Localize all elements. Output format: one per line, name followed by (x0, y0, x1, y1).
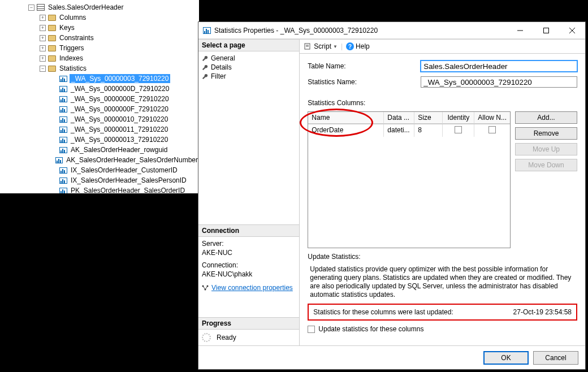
last-updated-value: 27-Oct-19 23:54:58 (513, 308, 572, 316)
tree-node-folder[interactable]: +Columns (0, 12, 199, 23)
folder-icon (48, 45, 56, 51)
cell-type: dateti... (384, 124, 414, 137)
table-row[interactable]: OrderDate dateti... 8 (308, 124, 510, 137)
allownulls-checkbox[interactable] (488, 126, 496, 133)
tree-label: Triggers (58, 44, 85, 53)
folder-icon (48, 66, 56, 72)
wrench-icon (202, 64, 208, 71)
left-nav-column: Select a page GeneralDetailsFilter Conne… (198, 39, 300, 345)
tree-label: _WA_Sys_00000003_72910220 (70, 74, 170, 83)
cancel-button[interactable]: Cancel (533, 351, 578, 365)
expand-icon[interactable]: + (40, 55, 46, 62)
tree-node-folder[interactable]: +Indexes (0, 53, 199, 63)
connection-header: Connection (198, 224, 299, 237)
select-page-header: Select a page (198, 39, 299, 51)
tree-node-statistic[interactable]: AK_SalesOrderHeader_SalesOrderNumber (0, 155, 199, 165)
identity-checkbox[interactable] (455, 126, 462, 133)
tree-label: _WA_Sys_0000000D_72910220 (70, 84, 170, 93)
statistic-icon (59, 106, 67, 113)
statistic-icon (59, 178, 67, 184)
page-nav-item[interactable]: Details (202, 63, 296, 72)
svg-rect-1 (544, 28, 549, 33)
add-button[interactable]: Add... (515, 111, 577, 124)
statistic-icon (59, 147, 67, 153)
view-connection-properties-link[interactable]: View connection properties (211, 283, 293, 292)
update-stats-checkbox-label: Update statistics for these columns (318, 325, 423, 333)
tree-node-statistic[interactable]: _WA_Sys_00000013_72910220 (0, 135, 199, 145)
ok-button[interactable]: OK (483, 351, 529, 365)
statistics-name-input[interactable] (421, 76, 577, 88)
tree-label: Keys (58, 23, 76, 32)
last-updated-box: Statistics for these columns were last u… (308, 304, 577, 321)
col-header-size[interactable]: Size (414, 112, 443, 124)
tree-node-statistic[interactable]: IX_SalesOrderHeader_SalesPersonID (0, 175, 199, 185)
expand-icon[interactable]: + (40, 15, 46, 21)
update-statistics-label: Update Statistics: (308, 253, 577, 261)
expand-icon[interactable]: + (40, 25, 46, 31)
table-name-input[interactable] (421, 60, 577, 72)
tree-label: PK_SalesOrderHeader_SalesOrderID (70, 186, 186, 193)
tree-label: _WA_Sys_0000000F_72910220 (70, 105, 170, 114)
server-value: AKE-NUC (202, 248, 296, 257)
col-header-name[interactable]: Name (308, 112, 384, 124)
server-label: Server: (202, 239, 296, 248)
tree-label: _WA_Sys_00000011_72910220 (70, 125, 169, 134)
script-button[interactable]: Script ▼ (304, 42, 338, 50)
folder-icon (48, 55, 56, 62)
tree-node-statistics[interactable]: − Statistics (0, 63, 199, 73)
tree-node-statistic[interactable]: _WA_Sys_00000011_72910220 (0, 124, 199, 135)
dialog-toolbar: Script ▼ | ? Help (300, 39, 585, 54)
update-statistics-description: Updated statistics provide query optimiz… (308, 265, 577, 299)
tree-node-table[interactable]: − Sales.SalesOrderHeader (0, 2, 199, 12)
page-nav-item[interactable]: General (202, 54, 296, 63)
statistics-name-label: Statistics Name: (308, 78, 421, 86)
connection-icon (202, 285, 209, 291)
tree-label: IX_SalesOrderHeader_CustomerID (70, 166, 179, 175)
script-icon (304, 43, 312, 50)
page-nav-label: General (211, 54, 235, 62)
tree-node-statistic[interactable]: IX_SalesOrderHeader_CustomerID (0, 165, 199, 175)
tree-label: _WA_Sys_00000010_72910220 (70, 115, 169, 124)
help-icon: ? (346, 42, 354, 50)
table-name-label: Table Name: (308, 62, 421, 70)
tree-node-statistic[interactable]: _WA_Sys_00000003_72910220 (0, 73, 199, 84)
expand-icon[interactable]: + (40, 35, 46, 41)
tree-node-statistic[interactable]: _WA_Sys_0000000D_72910220 (0, 84, 199, 94)
move-up-button: Move Up (515, 143, 577, 155)
page-nav-label: Filter (211, 72, 226, 80)
statistic-icon (59, 137, 67, 143)
tree-label: Sales.SalesOrderHeader (47, 3, 124, 12)
collapse-icon[interactable]: − (28, 5, 34, 11)
stats-icon (203, 27, 211, 34)
tree-node-statistic[interactable]: PK_SalesOrderHeader_SalesOrderID (0, 185, 199, 193)
tree-label: Constraints (58, 33, 95, 42)
remove-button[interactable]: Remove (515, 127, 577, 140)
expand-icon[interactable]: + (40, 45, 46, 51)
tree-node-statistic[interactable]: AK_SalesOrderHeader_rowguid (0, 145, 199, 155)
tree-node-folder[interactable]: +Constraints (0, 33, 199, 43)
folder-icon (48, 25, 56, 31)
update-stats-checkbox[interactable] (308, 326, 315, 333)
minimize-button[interactable] (507, 22, 533, 39)
statistic-icon (59, 167, 67, 174)
help-button[interactable]: ? Help (346, 42, 370, 50)
maximize-button[interactable] (533, 22, 559, 39)
statistic-icon (55, 157, 63, 163)
progress-spinner-icon (202, 333, 211, 342)
tree-node-statistic[interactable]: _WA_Sys_0000000E_72910220 (0, 94, 199, 104)
page-nav-item[interactable]: Filter (202, 72, 296, 81)
close-button[interactable] (559, 22, 585, 39)
tree-node-statistic[interactable]: _WA_Sys_00000010_72910220 (0, 114, 199, 124)
col-header-identity[interactable]: Identity (443, 112, 474, 124)
collapse-icon[interactable]: − (40, 66, 46, 72)
tree-node-folder[interactable]: +Triggers (0, 43, 199, 53)
tree-label: AK_SalesOrderHeader_rowguid (70, 145, 168, 154)
tree-node-folder[interactable]: +Keys (0, 23, 199, 33)
last-updated-label: Statistics for these columns were last u… (313, 308, 453, 316)
col-header-allownulls[interactable]: Allow N... (474, 112, 510, 124)
tree-node-statistic[interactable]: _WA_Sys_0000000F_72910220 (0, 104, 199, 114)
col-header-datatype[interactable]: Data ... (384, 112, 414, 124)
table-icon (37, 4, 45, 11)
statistics-columns-grid[interactable]: Name Data ... Size Identity Allow N... O… (308, 111, 511, 248)
statistics-properties-dialog: Statistics Properties - _WA_Sys_00000003… (198, 21, 586, 370)
